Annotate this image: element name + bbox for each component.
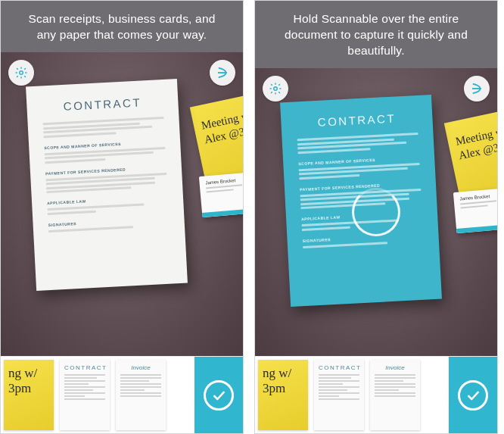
scannable-logo-button[interactable] (210, 60, 235, 86)
instruction-banner: Scan receipts, business cards, and any p… (1, 1, 243, 52)
check-icon (204, 380, 234, 411)
document-title: CONTRACT (42, 95, 163, 114)
thumb-title: CONTRACT (319, 364, 359, 371)
svg-point-1 (274, 87, 278, 91)
confirm-scans-button[interactable] (449, 357, 497, 433)
doc-section: SIGNATURES (302, 232, 423, 242)
settings-button[interactable] (8, 60, 34, 86)
business-card: James Brocket (453, 186, 497, 233)
tray-thumb-sticky[interactable]: ng w/ 3pm (1, 357, 57, 433)
sticky-thumb-line: 3pm (8, 381, 51, 396)
sticky-thumb-line: ng w/ (8, 366, 51, 381)
camera-viewport[interactable]: Meeting w Alex @3p James Brocket CONTRAC… (1, 52, 243, 356)
thumb-title: Invoice (375, 364, 415, 371)
screenshot-2: Hold Scannable over the entire document … (254, 0, 498, 434)
screenshot-1: Scan receipts, business cards, and any p… (0, 0, 244, 434)
document-contract: CONTRACT SCOPE AND MANNER OF SERVICES PA… (26, 79, 188, 291)
gear-icon (14, 66, 28, 80)
sticky-thumb-line: ng w/ (263, 366, 305, 381)
business-card-name: James Brocket (459, 191, 497, 201)
business-card-name: James Brocket (205, 175, 243, 185)
scannable-logo-icon (470, 82, 484, 95)
tray-thumb-invoice[interactable]: Invoice (367, 357, 423, 433)
scan-tray: ng w/ 3pm CONTRACT Invoice (255, 356, 497, 433)
thumb-title: CONTRACT (64, 364, 105, 371)
capture-spinner-icon (352, 188, 400, 236)
tray-thumb-sticky[interactable]: ng w/ 3pm (255, 357, 311, 433)
instruction-banner: Hold Scannable over the entire document … (255, 1, 497, 68)
camera-viewport[interactable]: Meeting w Alex @3p James Brocket CONTRAC… (255, 68, 497, 356)
scannable-logo-button[interactable] (464, 76, 490, 101)
tray-thumb-contract[interactable]: CONTRACT (311, 357, 367, 433)
doc-section: SIGNATURES (48, 216, 169, 226)
thumb-title: Invoice (120, 364, 161, 371)
settings-button[interactable] (263, 76, 288, 101)
doc-section: APPLICABLE LAW (47, 195, 168, 205)
tray-thumb-invoice[interactable]: Invoice (113, 357, 169, 433)
business-card: James Brocket (199, 170, 243, 217)
scannable-logo-icon (216, 66, 229, 80)
check-icon (458, 380, 488, 411)
confirm-scans-button[interactable] (194, 357, 243, 433)
sticky-thumb-line: 3pm (263, 381, 305, 396)
tray-thumb-contract[interactable]: CONTRACT (57, 357, 113, 433)
gear-icon (269, 82, 282, 95)
scan-tray: ng w/ 3pm CONTRACT Invoice (1, 356, 243, 433)
svg-point-0 (20, 71, 23, 75)
document-title: CONTRACT (296, 111, 418, 130)
